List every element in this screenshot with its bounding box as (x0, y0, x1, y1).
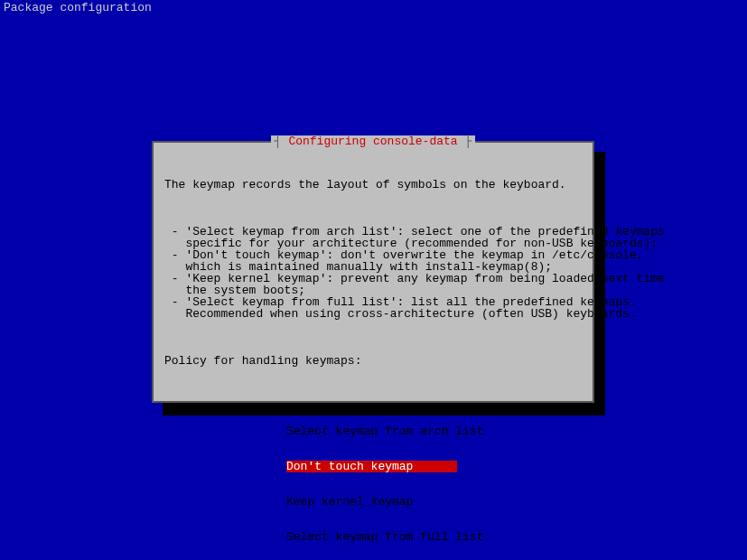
dialog-bullets: - 'Select keymap from arch list': select… (164, 226, 582, 320)
dialog-intro: The keymap records the layout of symbols… (164, 179, 582, 191)
option-dont-touch[interactable]: Don't touch keymap (286, 461, 457, 472)
dialog-body: The keymap records the layout of symbols… (154, 143, 593, 560)
page-header: Package configuration (0, 0, 747, 15)
header-title: Package configuration (4, 1, 152, 14)
dialog-title-wrap: Configuring console-data (154, 135, 593, 147)
option-keep-kernel[interactable]: Keep kernel keymap (286, 496, 457, 508)
dialog-prompt: Policy for handling keymaps: (164, 355, 582, 367)
options-list: Select keymap from arch list Don't touch… (286, 402, 582, 560)
config-dialog: Configuring console-data The keymap reco… (152, 141, 594, 403)
option-full-list[interactable]: Select keymap from full list (286, 531, 457, 543)
dialog-title: Configuring console-data (271, 135, 475, 147)
option-arch-list[interactable]: Select keymap from arch list (286, 425, 457, 437)
